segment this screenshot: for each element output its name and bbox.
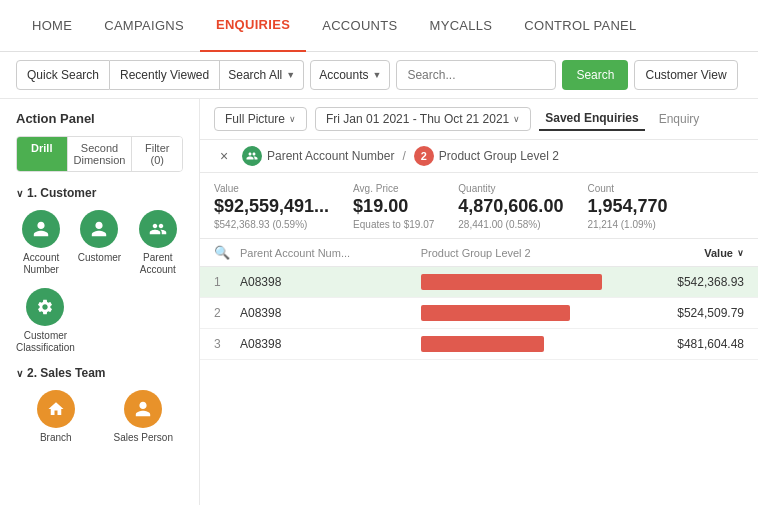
row-2-num: 2 [214, 306, 230, 320]
parent-account-icon [139, 210, 177, 248]
stat-avg-number: $19.00 [353, 196, 434, 217]
top-nav: HOME CAMPAIGNS ENQUIRIES ACCOUNTS MYCALL… [0, 0, 758, 52]
quick-search-button[interactable]: Quick Search [16, 60, 110, 90]
search-all-label: Search All [228, 68, 282, 82]
search-bar: Quick Search Recently Viewed Search All … [0, 52, 758, 99]
sales-person-icon [124, 390, 162, 428]
table-area: 🔍 Parent Account Num... Product Group Le… [200, 239, 758, 505]
icon-grid-1: AccountNumber Customer Parent Account [16, 210, 183, 276]
section2-header: ∨ 2. Sales Team [16, 366, 183, 380]
accounts-arrow-icon: ▼ [373, 70, 382, 80]
full-picture-filter[interactable]: Full Picture ∨ [214, 107, 307, 131]
stat-qty-label: Quantity [458, 183, 563, 194]
left-panel: Action Panel Drill Second Dimension Filt… [0, 99, 200, 505]
icon-item-customer-classification[interactable]: CustomerClassification [16, 288, 75, 354]
col-value-header[interactable]: Value ∨ [644, 247, 744, 259]
customer-view-button[interactable]: Customer View [634, 60, 737, 90]
row-3-num: 3 [214, 337, 230, 351]
nav-item-campaigns[interactable]: CAMPAIGNS [88, 0, 200, 52]
table-row[interactable]: 2 A08398 $524,509.79 [200, 298, 758, 329]
section1-title: 1. Customer [27, 186, 96, 200]
stat-value-number: $92,559,491... [214, 196, 329, 217]
search-all-button[interactable]: Search All ▼ [220, 60, 304, 90]
table-search-icon[interactable]: 🔍 [214, 245, 230, 260]
saved-enquiries-tab[interactable]: Saved Enquiries [539, 107, 644, 131]
nav-item-mycalls[interactable]: MYCALLS [414, 0, 509, 52]
right-top-controls: Full Picture ∨ Fri Jan 01 2021 - Thu Oct… [200, 99, 758, 140]
search-all-arrow-icon: ▼ [286, 70, 295, 80]
nav-item-accounts[interactable]: ACCOUNTS [306, 0, 413, 52]
row-3-bar-fill [421, 336, 545, 352]
col-product-header: Product Group Level 2 [421, 247, 634, 259]
full-picture-arrow-icon: ∨ [289, 114, 296, 124]
tab-drill[interactable]: Drill [17, 137, 68, 171]
date-range-label: Fri Jan 01 2021 - Thu Oct 21 2021 [326, 112, 509, 126]
breadcrumb-1-icon [242, 146, 262, 166]
row-2-value: $524,509.79 [644, 306, 744, 320]
section1-header: ∨ 1. Customer [16, 186, 183, 200]
row-3-bar [421, 336, 634, 352]
recently-viewed-button[interactable]: Recently Viewed [110, 60, 220, 90]
row-1-num: 1 [214, 275, 230, 289]
nav-item-home[interactable]: HOME [16, 0, 88, 52]
section2-title: 2. Sales Team [27, 366, 106, 380]
icon-item-account-number[interactable]: AccountNumber [16, 210, 66, 276]
stat-avg-price: Avg. Price $19.00 Equates to $19.07 [353, 183, 434, 230]
icon-item-sales-person[interactable]: Sales Person [104, 390, 184, 444]
row-1-bar [421, 274, 634, 290]
row-1-parent: A08398 [240, 275, 411, 289]
table-header: 🔍 Parent Account Num... Product Group Le… [200, 239, 758, 267]
date-range-arrow-icon: ∨ [513, 114, 520, 124]
row-1-value: $542,368.93 [644, 275, 744, 289]
account-number-label: AccountNumber [23, 252, 59, 276]
col-value-label: Value [704, 247, 733, 259]
accounts-button[interactable]: Accounts ▼ [310, 60, 390, 90]
row-3-value: $481,604.48 [644, 337, 744, 351]
icon-item-branch[interactable]: Branch [16, 390, 96, 444]
row-2-bar-fill [421, 305, 570, 321]
stat-value-label: Value [214, 183, 329, 194]
action-panel-title: Action Panel [16, 111, 183, 126]
table-row[interactable]: 3 A08398 $481,604.48 [200, 329, 758, 360]
search-button[interactable]: Search [562, 60, 628, 90]
accounts-label: Accounts [319, 68, 368, 82]
account-number-icon [22, 210, 60, 248]
breadcrumb-item-2: 2 Product Group Level 2 [414, 146, 559, 166]
section2-chevron-icon: ∨ [16, 368, 23, 379]
stat-value: Value $92,559,491... $542,368.93 (0.59%) [214, 183, 329, 230]
close-button[interactable]: × [214, 146, 234, 166]
drill-tabs: Drill Second Dimension Filter (0) [16, 136, 183, 172]
breadcrumb-2-text: Product Group Level 2 [439, 149, 559, 163]
search-input[interactable] [396, 60, 556, 90]
customer-label: Customer [78, 252, 121, 264]
stat-count-number: 1,954,770 [587, 196, 667, 217]
tab-filter[interactable]: Filter (0) [132, 137, 182, 171]
stat-count-sub: 21,214 (1.09%) [587, 219, 667, 230]
stat-value-sub: $542,368.93 (0.59%) [214, 219, 329, 230]
enquiry-tab[interactable]: Enquiry [653, 108, 706, 130]
search-btn-group: Quick Search Recently Viewed Search All … [16, 60, 304, 90]
tab-second-dimension[interactable]: Second Dimension [68, 137, 133, 171]
breadcrumb-2-icon: 2 [414, 146, 434, 166]
branch-icon [37, 390, 75, 428]
row-2-bar [421, 305, 634, 321]
breadcrumb-item-1: Parent Account Number [242, 146, 394, 166]
icon-grid-2: Branch Sales Person [16, 390, 183, 444]
sales-person-label: Sales Person [114, 432, 173, 444]
row-1-bar-fill [421, 274, 602, 290]
main-layout: Action Panel Drill Second Dimension Filt… [0, 99, 758, 505]
customer-classification-label: CustomerClassification [16, 330, 75, 354]
nav-item-control-panel[interactable]: CONTROL PANEL [508, 0, 652, 52]
customer-classification-icon [26, 288, 64, 326]
icon-item-parent-account[interactable]: Parent Account [133, 210, 183, 276]
icon-item-customer[interactable]: Customer [74, 210, 124, 276]
stat-count-label: Count [587, 183, 667, 194]
row-2-parent: A08398 [240, 306, 411, 320]
date-range-filter[interactable]: Fri Jan 01 2021 - Thu Oct 21 2021 ∨ [315, 107, 531, 131]
branch-label: Branch [40, 432, 72, 444]
table-row[interactable]: 1 A08398 $542,368.93 [200, 267, 758, 298]
nav-item-enquiries[interactable]: ENQUIRIES [200, 0, 306, 52]
customer-icon [80, 210, 118, 248]
stats-row: Value $92,559,491... $542,368.93 (0.59%)… [200, 173, 758, 239]
stat-avg-sub: Equates to $19.07 [353, 219, 434, 230]
